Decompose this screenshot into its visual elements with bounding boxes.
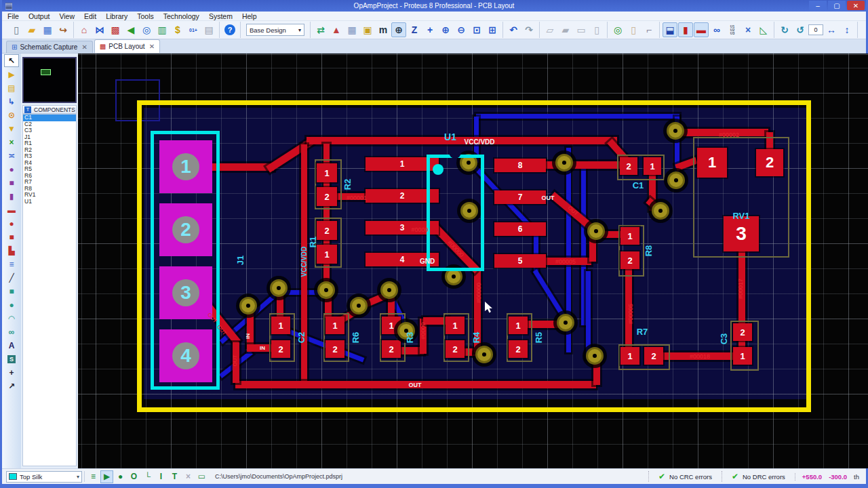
circle-2d-tool[interactable]: ●	[4, 298, 19, 311]
pcb-canvas[interactable]: 1234876512212112121212121212211231234J1R…	[78, 54, 868, 468]
tab-schematic-capture[interactable]: ⊞Schematic Capture✕	[6, 41, 93, 53]
menu-view[interactable]: View	[59, 12, 75, 20]
metric-toggle-button[interactable]: m	[376, 22, 391, 37]
package-placement-tool[interactable]: ▼	[4, 122, 19, 135]
block-copy-button[interactable]: ▱	[542, 22, 557, 37]
rotate-ccw-button[interactable]: ↺	[793, 22, 808, 37]
save-button[interactable]: ▦	[40, 22, 55, 37]
track-placement-tool[interactable]: ↳	[4, 95, 19, 108]
layer-pairs-button[interactable]: U1 U2 U3	[725, 22, 740, 37]
menu-system[interactable]: System	[209, 12, 233, 20]
component-list-item[interactable]: U1	[23, 199, 76, 205]
maximize-button[interactable]: ▢	[828, 1, 846, 10]
design-notes-button[interactable]: ▯	[626, 22, 641, 37]
tab-pcb-layout[interactable]: ▩PCB Layout✕	[94, 39, 160, 53]
undo-button[interactable]: ↶	[506, 22, 521, 37]
pcb-layout-button[interactable]: ▩	[108, 22, 123, 37]
menu-library[interactable]: Library	[106, 12, 127, 20]
smd-square-pad-tool[interactable]: ■	[4, 230, 19, 243]
help-button[interactable]: ?	[222, 22, 237, 37]
pin-placement-tool[interactable]: ⊙	[4, 108, 19, 121]
flip-horizontal-button[interactable]: ↔	[824, 22, 839, 37]
flip-vertical-button[interactable]: ↕	[840, 22, 854, 37]
path-2d-tool[interactable]: ∞	[4, 325, 19, 338]
home-button[interactable]: ⌂	[77, 22, 92, 37]
gerber-viewer-button[interactable]: ◎	[139, 22, 154, 37]
component-list-item[interactable]: C3	[23, 127, 76, 134]
search-components-button[interactable]: ∞	[709, 22, 724, 37]
block-rotate-button[interactable]: ▭	[574, 22, 589, 37]
filter-ratsnest[interactable]: ×	[182, 470, 195, 483]
line-2d-tool[interactable]: ╱	[4, 271, 19, 284]
box-2d-tool[interactable]: ■	[4, 285, 19, 298]
menu-edit[interactable]: Edit	[84, 12, 96, 20]
pad-stack-tool[interactable]: ≡	[4, 258, 19, 270]
menu-output[interactable]: Output	[28, 12, 50, 20]
filter-layers[interactable]: ≡	[87, 470, 100, 483]
net-tool[interactable]: ≍	[4, 149, 19, 162]
rotate-cw-button[interactable]: ↻	[777, 22, 792, 37]
route-placement-tool[interactable]: ▶	[4, 68, 19, 81]
filter-select[interactable]: ▶	[100, 470, 113, 483]
arc-2d-tool[interactable]: ◠	[4, 312, 19, 325]
filter-pads[interactable]: ●	[114, 470, 127, 483]
pan-button[interactable]: +	[422, 22, 437, 37]
filter-text[interactable]: T	[168, 470, 181, 483]
zoom-in-button[interactable]: ⊕	[438, 22, 453, 37]
zoom-area-button[interactable]: ⊡	[469, 22, 484, 37]
layer-flag-button[interactable]: ▲	[329, 22, 344, 37]
bill-of-materials-button[interactable]: $	[170, 22, 185, 37]
filter-components[interactable]: I	[155, 470, 167, 483]
xor-cursor-button[interactable]: Z	[407, 22, 422, 37]
tab-close-icon[interactable]: ✕	[81, 43, 87, 51]
menu-file[interactable]: File	[7, 12, 19, 20]
analysis-button[interactable]: 01+	[186, 22, 201, 37]
filter-vias[interactable]: O	[127, 470, 140, 483]
dimension-tool[interactable]: ↗	[4, 380, 19, 392]
tab-close-icon[interactable]: ✕	[149, 43, 155, 50]
open-folder[interactable]: ▰	[24, 22, 39, 37]
components-list[interactable]: C1C2C3J1R1R2R3R4R5R6R7R8RV1U1	[22, 114, 77, 466]
zoom-out-button[interactable]: ⊖	[454, 22, 469, 37]
design-explorer-button[interactable]: ▥	[155, 22, 170, 37]
zoom-all-button[interactable]: ⊞	[485, 22, 500, 37]
goto-component-button[interactable]: ◎	[610, 22, 625, 37]
false-origin-button[interactable]: ▣	[360, 22, 375, 37]
menu-tools[interactable]: Tools	[137, 12, 154, 20]
redraw-button[interactable]: ⇄	[313, 22, 328, 37]
block-move-button[interactable]: ▰	[558, 22, 573, 37]
measure-button[interactable]: ◺	[756, 22, 771, 37]
block-delete-button[interactable]: ▯	[589, 22, 604, 37]
rotation-angle-input[interactable]: 0	[808, 24, 823, 35]
snap-cursor-button[interactable]: ▬	[694, 22, 709, 37]
design-scope-dropdown[interactable]: Base Design▾	[246, 24, 304, 36]
symbol-2d-tool[interactable]: S	[4, 352, 19, 365]
auto-trace-lock-button[interactable]: ⬓	[663, 22, 677, 37]
import-project[interactable]: ↪	[56, 22, 71, 37]
square-pad-tool[interactable]: ■	[4, 176, 19, 189]
new-document[interactable]: ▯	[9, 22, 24, 37]
maker-tools-button[interactable]: ⌐	[642, 22, 656, 37]
net-swap-button[interactable]: ×	[741, 22, 755, 37]
origin-toggle-button[interactable]: ⊕	[391, 22, 406, 37]
text-2d-tool[interactable]: A	[4, 339, 19, 352]
dil-pad-tool[interactable]: ▮	[4, 190, 19, 203]
grid-toggle-button[interactable]: ▦	[344, 22, 359, 37]
smd-octagon-pad-tool[interactable]: ●	[4, 217, 19, 230]
smd-oval-pad-tool[interactable]: ▬	[4, 203, 19, 216]
polygon-pad-tool[interactable]: ▙	[4, 244, 19, 257]
schematic-capture-button[interactable]: ⋈	[92, 22, 107, 37]
export-region[interactable]: ▭	[195, 470, 208, 483]
overview-minimap[interactable]	[22, 57, 77, 103]
trace-angle-button[interactable]: ▮	[678, 22, 693, 37]
menu-technology[interactable]: Technology	[163, 12, 199, 20]
redo-button[interactable]: ↷	[521, 22, 536, 37]
selection-tool[interactable]: ↖	[4, 54, 19, 67]
filter-tracks[interactable]: └	[141, 470, 154, 483]
menu-help[interactable]: Help	[242, 12, 257, 20]
round-pad-tool[interactable]: ●	[4, 163, 19, 176]
close-button[interactable]: ✕	[847, 1, 865, 10]
layer-selector-dropdown[interactable]: Top Silk ▾	[6, 471, 82, 483]
report-button[interactable]: ▤	[201, 22, 216, 37]
component-placement-tool[interactable]: ▤	[4, 81, 19, 94]
